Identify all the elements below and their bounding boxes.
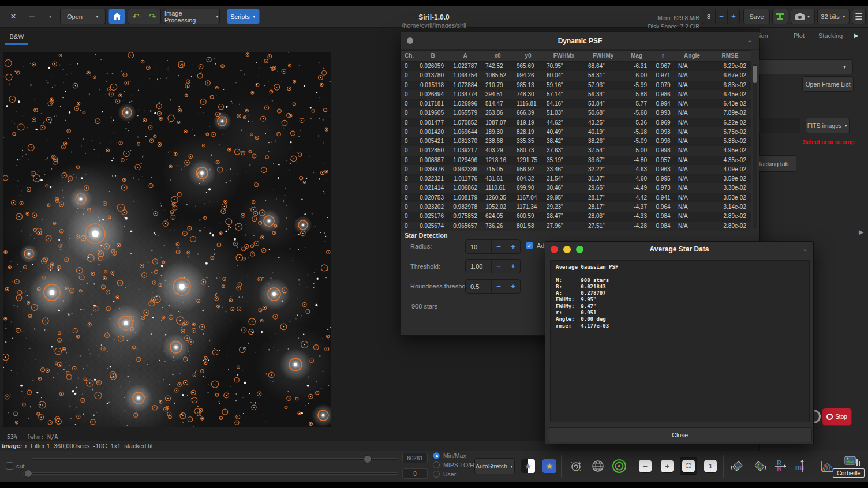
chevron-down-icon[interactable]: ⌄ [747, 37, 752, 43]
psf-column-header[interactable]: FWHMx [543, 51, 585, 61]
fits-images-dropdown[interactable]: FITS images▼ [806, 118, 850, 133]
psf-table-row[interactable]: 00.0399760.962386715.05956.9233.46"32.22… [401, 165, 751, 174]
psf-cell: 0.996 [652, 137, 675, 146]
psf-table-row[interactable]: 00.0232020.9829781052.021171.3429.23"28.… [401, 202, 751, 212]
psf-column-header[interactable]: B [417, 51, 448, 61]
chevron-down-icon[interactable]: ⌄ [803, 246, 807, 252]
psf-cell: 1260.35 [482, 193, 513, 202]
close-button[interactable]: Close [548, 427, 812, 442]
radius-increment-button[interactable]: + [506, 240, 520, 253]
psf-column-header[interactable]: A [448, 51, 482, 61]
psf-table-row[interactable]: 00.0014201.069644189.30828.1940.49"40.19… [401, 127, 751, 137]
tab-plot[interactable]: Plot [794, 32, 805, 39]
hi-value-input[interactable]: 60261 [402, 453, 428, 463]
psf-table-row[interactable]: 00.0251760.975852624.05600.5928.47"28.03… [401, 212, 751, 221]
flip-vertical-button[interactable]: R R [772, 457, 790, 475]
psf-table-row[interactable]: 00.0151181.072884210.79985.1359.16"57.93… [401, 81, 751, 90]
psf-column-header[interactable]: Ch. [401, 51, 417, 61]
starfield-image[interactable] [3, 52, 331, 427]
threads-spinner[interactable]: 8 − + [702, 9, 740, 24]
hi-slider[interactable] [32, 455, 398, 463]
minimize-window-icon[interactable]: ─ [25, 11, 38, 22]
zoom-out-button[interactable]: − [637, 457, 654, 475]
redo-button[interactable]: ↷ [144, 9, 161, 24]
zoom-fit-button[interactable]: ⛶ [680, 457, 697, 475]
psf-table-row[interactable]: 00.0260591.022787742.52965.6970.95"68.64… [401, 62, 751, 71]
open-button[interactable]: Open [60, 9, 89, 24]
rotate-right-button[interactable] [751, 457, 768, 475]
undo-button[interactable]: ↶ [128, 9, 144, 24]
psf-scrollbar-thumb[interactable] [753, 66, 757, 83]
world-coordinates-button[interactable] [589, 457, 607, 475]
tab-stacking[interactable]: Stacking [818, 32, 843, 39]
tabs-scroll-right-icon[interactable]: ▶ [854, 32, 859, 39]
psf-table-row[interactable]: 00.0214141.0068621110.61699.9030.46"29.6… [401, 183, 751, 193]
zoom-one-button[interactable]: 1 [702, 457, 719, 475]
psf-cell: 0.984 [652, 212, 675, 221]
photometry-button[interactable] [611, 457, 628, 475]
roundness-spinner[interactable]: 0.5 − + [465, 279, 521, 294]
lo-slider-handle[interactable] [24, 470, 32, 478]
psf-dialog-titlebar[interactable]: Dynamic PSF ⌄ [401, 32, 759, 50]
user-radio[interactable] [433, 471, 440, 478]
rotate-left-button[interactable] [729, 457, 746, 475]
psf-column-header[interactable]: x0 [482, 51, 513, 61]
psf-column-header[interactable]: r [652, 51, 675, 61]
psf-column-header[interactable]: y0 [513, 51, 543, 61]
roundness-decrement-button[interactable]: − [491, 280, 506, 293]
psf-column-header[interactable]: FWHMy [585, 51, 622, 61]
minmax-radio[interactable] [433, 452, 440, 459]
astrometry-button[interactable] [567, 457, 585, 475]
avg-dialog-titlebar[interactable]: Average Star Data ⌄ [545, 242, 813, 257]
star-detection-button[interactable]: ★ [541, 457, 558, 475]
hamburger-menu-button[interactable]: ☰ [852, 9, 866, 24]
psf-table-row[interactable]: 00.0207531.0081791260.351167.0429.95"28.… [401, 193, 751, 202]
threads-increment-button[interactable]: + [727, 9, 739, 24]
lo-value-input[interactable]: 0 [402, 468, 428, 479]
image-processing-menu-button[interactable]: Image Processing▼ [164, 9, 220, 24]
restore-window-icon[interactable]: ▫ [44, 11, 57, 22]
psf-table-row[interactable]: 00.0171811.026996514.471116.8154.16"53.8… [401, 99, 751, 108]
flip-horizontal-button[interactable]: R R [794, 457, 811, 475]
threshold-decrement-button[interactable]: − [491, 260, 506, 273]
home-button[interactable] [108, 9, 125, 24]
tab-bw[interactable]: B&W [5, 29, 28, 44]
stop-button[interactable]: Stop [822, 408, 852, 426]
psf-table-row[interactable]: 00.0128501.039217403.29580.7337.63"37.54… [401, 146, 751, 155]
psf-table-row[interactable]: 00.0054211.081370238.68335.3538.42"38.26… [401, 137, 751, 146]
psf-table-row[interactable]: 00.0268941.034774394.51748.3057.14"56.34… [401, 90, 751, 99]
open-dropdown-button[interactable]: ▼ [89, 9, 106, 24]
psf-table-scrollbar[interactable] [753, 64, 757, 228]
save-button[interactable]: Save [743, 9, 770, 24]
bit-depth-dropdown[interactable]: 32 bits▼ [817, 9, 850, 24]
negative-view-button[interactable]: ★ [519, 457, 537, 475]
autostretch-dropdown[interactable]: AutoStretch▼ [474, 458, 515, 474]
scripts-menu-button[interactable]: Scripts▼ [227, 9, 260, 24]
cut-checkbox[interactable] [6, 462, 13, 470]
psf-table-row[interactable]: 00.0196051.065579263.86666.3951.03"50.68… [401, 108, 751, 118]
zoom-in-button[interactable]: + [659, 457, 676, 475]
psf-table-row[interactable]: 00.0137801.0647541085.52994.2660.04"58.3… [401, 71, 751, 80]
psf-table-row[interactable]: 00.0088871.0294961218.161291.7535.19"33.… [401, 156, 751, 165]
radius-decrement-button[interactable]: − [491, 240, 506, 253]
radius-spinner[interactable]: 10 − + [465, 239, 521, 254]
save-as-button[interactable] [772, 9, 788, 24]
psf-column-header[interactable]: RMSE [709, 51, 751, 61]
psf-table-row[interactable]: 00.0223211.011776431.61604.3231.54"31.37… [401, 174, 751, 183]
psf-column-header[interactable]: Mag [622, 51, 652, 61]
psf-column-header[interactable]: Angle [675, 51, 709, 61]
hi-slider-handle[interactable] [364, 455, 372, 463]
open-frame-list-button[interactable]: Open Frame List [802, 76, 854, 92]
lo-slider[interactable] [23, 470, 398, 478]
adjusted-checkbox[interactable]: ✓ [526, 242, 533, 249]
panel-expander-icon[interactable]: ▶ [859, 228, 863, 236]
mips-lohi-radio[interactable] [433, 461, 440, 468]
psf-table-row[interactable]: 0-0.0014771.0708521087.07919.1944.62"43.… [401, 118, 751, 127]
threads-decrement-button[interactable]: − [715, 9, 727, 24]
roundness-increment-button[interactable]: + [506, 280, 520, 293]
threshold-spinner[interactable]: 1.00 − + [465, 259, 521, 273]
psf-table-row[interactable]: 00.0256740.965657736.26801.5827.96"27.51… [401, 222, 751, 231]
threshold-increment-button[interactable]: + [506, 260, 520, 273]
snapshot-button[interactable]: ▼ [791, 9, 815, 24]
close-window-icon[interactable]: ✕ [7, 11, 20, 22]
